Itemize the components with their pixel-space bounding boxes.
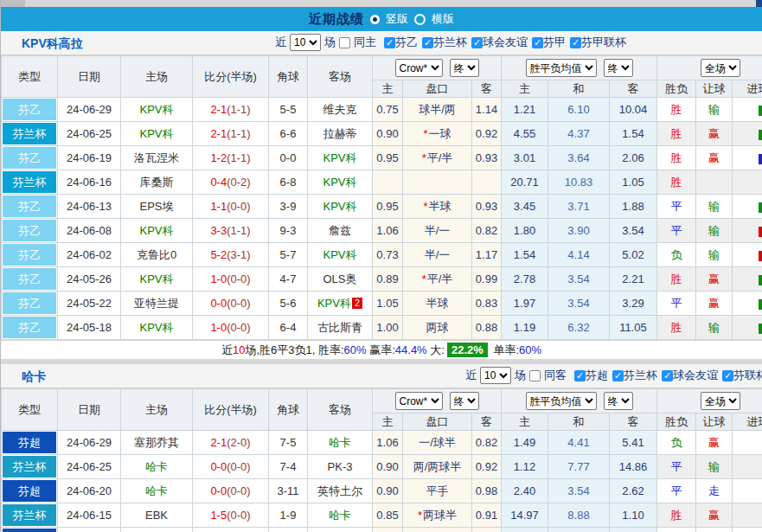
handicap-result: 赢 — [696, 267, 733, 292]
league-label: 芬乙 — [395, 35, 418, 48]
corner-count: 4-7 — [269, 267, 308, 292]
bookmaker-select[interactable]: Crow* — [395, 59, 443, 77]
corner-count: 5-5 — [269, 98, 308, 122]
match-date: 24-06-13 — [58, 195, 121, 219]
col-o-home: 主 — [502, 413, 548, 431]
handicap-select-cell: Crow*终 — [373, 56, 502, 80]
title-bar: 近期战绩 竖版 横版 — [1, 7, 762, 31]
horizontal-layout-radio[interactable] — [414, 14, 426, 25]
win-odds: 4.55 — [502, 122, 548, 146]
league-type: 芬乙 — [2, 267, 58, 292]
draw-odds: 6.32 — [548, 316, 610, 340]
away-team: KPV科 — [308, 195, 373, 219]
handicap-away-odds: 0.78 — [472, 528, 502, 532]
handicap-home-odds: 0.95 — [373, 146, 403, 170]
lose-odds: 2.62 — [610, 479, 657, 503]
bookmaker-select[interactable]: Crow* — [395, 392, 443, 410]
match-result: 胜 — [657, 267, 696, 292]
handicap-home-odds: 0.73 — [373, 243, 403, 267]
wdl-average-select[interactable]: 胜平负均值 — [526, 392, 597, 410]
league-filter-group: ✓芬乙✓芬兰杯✓球会友谊✓芬甲✓芬甲联杯 — [380, 35, 626, 50]
home-team: 哈卡 — [121, 455, 193, 479]
handicap-time-select[interactable]: 终 — [450, 59, 479, 77]
same-home-checkbox[interactable] — [339, 37, 350, 48]
goals-result — [733, 195, 762, 219]
handicap-line: 平手 — [403, 479, 472, 503]
col-home: 主场 — [121, 56, 193, 98]
match-result: 平 — [657, 455, 696, 479]
lose-odds: 2.06 — [610, 146, 657, 170]
handicap-result: 输 — [696, 316, 733, 340]
team-name: KPV科高拉 — [22, 36, 83, 52]
wdl-time-select[interactable]: 终 — [604, 59, 633, 77]
match-date: 24-06-16 — [58, 170, 121, 195]
match-score: 0-4(0-2) — [193, 170, 269, 195]
handicap-away-odds: 0.83 — [472, 292, 502, 316]
corner-count: 1-9 — [269, 503, 308, 528]
league-checkbox[interactable]: ✓ — [612, 370, 624, 381]
scope-select[interactable]: 全场 — [701, 392, 740, 410]
match-date: 24-06-20 — [58, 479, 121, 503]
star-icon: * — [422, 151, 426, 164]
draw-odds: 3.64 — [548, 146, 610, 170]
handicap-result: 输 — [696, 219, 733, 243]
handicap-line: 半/一 — [403, 219, 472, 243]
games-label: 场 — [515, 368, 526, 383]
lose-odds: 1.05 — [610, 170, 657, 195]
col-corners: 角球 — [269, 56, 308, 98]
handicap-result: 赢 — [696, 528, 733, 532]
checkbox-check-icon: ✓ — [386, 38, 394, 48]
win-odds: 20.71 — [502, 170, 548, 195]
match-count-select[interactable]: 10 — [290, 34, 321, 51]
col-o-away: 客 — [610, 413, 657, 431]
win-odds: 1.57 — [502, 528, 548, 532]
col-date: 日期 — [58, 56, 121, 98]
col-score: 比分(半场) — [193, 56, 269, 98]
handicap-line: 球半/两 — [403, 98, 472, 122]
league-label: 芬甲 — [543, 35, 566, 48]
handicap-away-odds: 0.88 — [472, 316, 502, 340]
league-checkbox[interactable]: ✓ — [422, 37, 433, 48]
league-checkbox[interactable]: ✓ — [570, 37, 581, 48]
scope-select[interactable]: 全场 — [701, 59, 740, 77]
home-team: 库桑斯 — [121, 170, 193, 195]
handicap-time-select[interactable]: 终 — [450, 392, 479, 410]
handicap-home-odds — [373, 170, 403, 195]
goals-text-clipped — [759, 275, 762, 285]
win-odds: 3.01 — [502, 146, 548, 170]
match-row: 芬乙24-06-13EPS埃1-1(0-0)3-9KPV科0.95*半球0.93… — [2, 195, 762, 219]
match-result: 平 — [657, 195, 696, 219]
handicap-away-odds: 0.93 — [472, 146, 502, 170]
league-checkbox[interactable]: ✓ — [574, 370, 586, 381]
col-home: 主场 — [121, 389, 193, 431]
match-score: 0-0(0-0) — [193, 455, 269, 479]
match-date: 24-06-12 — [58, 528, 121, 532]
league-checkbox[interactable]: ✓ — [722, 370, 733, 381]
star-icon: * — [423, 200, 427, 213]
handicap-away-odds — [472, 170, 502, 195]
league-checkbox[interactable]: ✓ — [662, 370, 673, 381]
wdl-average-select[interactable]: 胜平负均值 — [526, 59, 597, 77]
goals-result — [733, 292, 762, 316]
vertical-layout-radio[interactable] — [370, 15, 380, 24]
league-type: 芬乙 — [2, 98, 58, 122]
checkbox-check-icon: ✓ — [572, 38, 580, 48]
league-checkbox[interactable]: ✓ — [471, 37, 483, 48]
league-checkbox[interactable]: ✓ — [532, 37, 543, 48]
corner-count: 11-3 — [269, 528, 308, 532]
matches-table: 类型 日期 主场 比分(半场) 角球 客场 Crow*终 胜平负均值终 全场 — [1, 388, 762, 532]
league-checkbox[interactable]: ✓ — [384, 37, 395, 48]
match-row: 芬乙24-06-08KPV科3-3(1-1)9-3詹兹1.06半/一0.821.… — [2, 219, 762, 243]
recent-record-panel: 近期战绩 竖版 横版 KPV科高拉 近 10 场 同主 ✓芬乙✓芬兰杯✓球会友谊… — [0, 0, 762, 532]
draw-odds: 10.83 — [548, 170, 610, 195]
red-card-badge: 2 — [352, 298, 362, 309]
handicap-away-odds: 0.92 — [472, 122, 502, 146]
match-date: 24-06-19 — [58, 146, 121, 170]
match-result: 胜 — [657, 170, 696, 195]
wdl-time-select[interactable]: 终 — [604, 392, 633, 410]
corner-count: 3-11 — [269, 479, 308, 503]
same-away-checkbox[interactable] — [529, 370, 541, 381]
handicap-line: *两球半 — [403, 503, 472, 528]
handicap-away-odds: 0.99 — [472, 267, 502, 292]
match-count-select[interactable]: 10 — [480, 367, 511, 384]
